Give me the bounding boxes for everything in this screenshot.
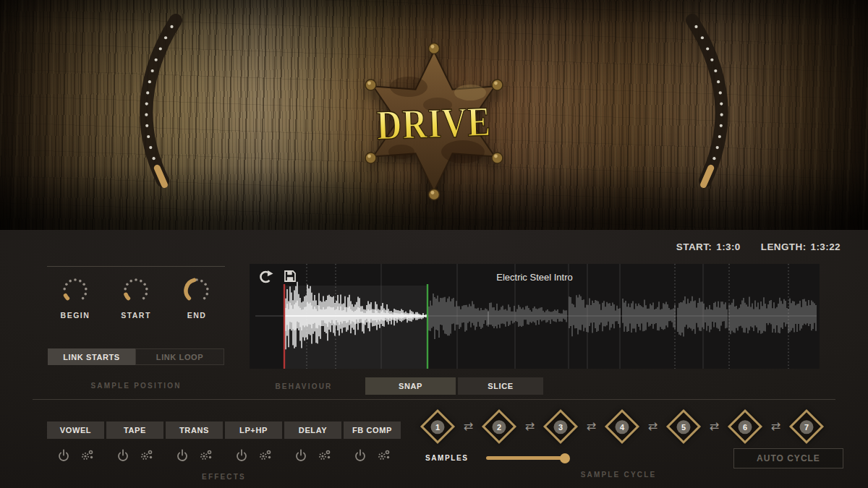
swap-arrows-icon[interactable]: ⇄ — [464, 421, 473, 432]
link-buttons: LINK STARTS LINK LOOP — [48, 348, 224, 365]
star-tip-ball — [429, 43, 440, 54]
effect-unit-controls — [166, 448, 223, 463]
cycle-slot-number: 2 — [493, 420, 506, 434]
swap-arrows-icon[interactable]: ⇄ — [525, 421, 535, 432]
effects-label: EFFECTS — [47, 473, 401, 481]
star-tip-ball — [492, 153, 503, 163]
sample-cycle-chain: 1⇄2⇄3⇄4⇄5⇄6⇄7 — [425, 409, 819, 444]
wood-background: DRIVE — [0, 0, 868, 230]
effect-button-fbcomp[interactable]: FB COMP — [344, 421, 401, 439]
arc-dot — [148, 80, 151, 83]
gears-icon[interactable] — [258, 448, 273, 463]
arc-dot — [720, 114, 723, 116]
power-icon[interactable] — [56, 448, 71, 463]
power-icon[interactable] — [116, 448, 130, 463]
link-loop-button[interactable]: LINK LOOP — [135, 348, 224, 365]
effect-button-lphp[interactable]: LP+HP — [225, 421, 282, 439]
power-icon[interactable] — [234, 448, 249, 463]
cycle-slot-7[interactable]: 7 — [789, 409, 824, 444]
arc-dot — [149, 146, 152, 149]
power-icon[interactable] — [294, 448, 308, 463]
left-arc-slider[interactable] — [145, 20, 176, 184]
swap-arrows-icon[interactable]: ⇄ — [710, 421, 719, 432]
knob-label: END — [169, 311, 225, 320]
sample-position-section: BEGINSTARTEND — [47, 266, 225, 320]
swap-arrows-icon[interactable]: ⇄ — [771, 421, 780, 432]
cycle-slot-5[interactable]: 5 — [666, 409, 701, 444]
right-arc-slider[interactable] — [692, 20, 723, 184]
auto-cycle-button[interactable]: AUTO CYCLE — [733, 448, 843, 468]
arc-dot — [718, 135, 721, 138]
transport-readout: START:1:3:0 LENGTH:1:3:22 — [676, 241, 841, 252]
power-icon[interactable] — [175, 448, 190, 463]
knob-value-arc — [186, 280, 194, 298]
arc-dot — [146, 91, 149, 94]
effect-unit-delay: DELAY — [284, 421, 341, 463]
arc-dot — [159, 47, 162, 50]
star-tip-ball — [429, 189, 440, 200]
star-tip-ball — [492, 80, 503, 90]
arc-dot — [706, 47, 709, 50]
effect-unit-lphp: LP+HP — [225, 421, 282, 463]
start-value: 1:3:0 — [716, 241, 741, 252]
arc-dot — [694, 25, 697, 28]
badge-title: DRIVE — [376, 98, 492, 148]
sample-position-label: SAMPLE POSITION — [47, 382, 225, 390]
samples-slider[interactable] — [486, 456, 567, 460]
effect-button-delay[interactable]: DELAY — [284, 421, 341, 439]
cycle-slot-number: 7 — [800, 420, 814, 434]
effect-button-vowel[interactable]: VOWEL — [47, 421, 104, 439]
swap-arrows-icon[interactable]: ⇄ — [648, 421, 658, 432]
effect-unit-trans: TRANS — [166, 421, 223, 463]
slice-button[interactable]: SLICE — [458, 377, 543, 395]
arc-dot — [714, 69, 717, 72]
start-label: START: — [676, 241, 712, 252]
arc-dot — [147, 135, 150, 138]
arc-dot — [716, 146, 719, 149]
effect-unit-controls — [344, 448, 401, 463]
knob-value-arc — [66, 296, 68, 299]
gears-icon[interactable] — [377, 448, 391, 463]
waveform-display[interactable]: Electric Steel Intro — [250, 264, 820, 369]
gears-icon[interactable] — [140, 448, 154, 463]
swap-arrows-icon[interactable]: ⇄ — [587, 421, 596, 432]
effect-unit-controls — [47, 448, 104, 463]
sample-cycle-label: SAMPLE CYCLE — [553, 471, 684, 479]
cycle-slot-2[interactable]: 2 — [482, 409, 516, 444]
knob-start[interactable]: START — [108, 274, 164, 320]
gears-icon[interactable] — [318, 448, 332, 463]
effect-button-trans[interactable]: TRANS — [166, 421, 223, 439]
effect-unit-controls — [225, 448, 282, 463]
drive-plugin-window: DRIVE START:1:3:0 LENGTH:1:3:22 BEGINSTA… — [0, 0, 868, 488]
snap-button[interactable]: SNAP — [365, 377, 456, 395]
effect-button-tape[interactable]: TAPE — [106, 421, 163, 439]
cycle-slot-1[interactable]: 1 — [420, 409, 455, 444]
gears-icon[interactable] — [80, 448, 95, 463]
arc-dot — [164, 36, 167, 39]
arc-dot — [710, 59, 713, 61]
gears-icon[interactable] — [199, 448, 213, 463]
knob-row: BEGINSTARTEND — [47, 267, 225, 320]
effect-unit-vowel: VOWEL — [47, 421, 104, 463]
samples-label: SAMPLES — [425, 454, 469, 462]
effect-unit-controls — [284, 448, 341, 463]
effect-unit-fbcomp: FB COMP — [344, 421, 401, 463]
knob-label: BEGIN — [47, 311, 103, 320]
length-label: LENGTH: — [761, 241, 807, 252]
arc-dot — [145, 102, 148, 105]
link-starts-button[interactable]: LINK STARTS — [48, 348, 135, 365]
arc-dot — [701, 36, 704, 39]
effect-unit-controls — [106, 448, 163, 463]
knob-begin[interactable]: BEGIN — [47, 274, 103, 320]
knob-end[interactable]: END — [169, 274, 225, 320]
cycle-slot-3[interactable]: 3 — [543, 409, 578, 444]
power-icon[interactable] — [353, 448, 367, 463]
effects-row: VOWELTAPETRANSLP+HPDELAYFB COMP — [47, 421, 401, 463]
cycle-slot-number: 6 — [739, 420, 752, 434]
knob-label: START — [108, 311, 164, 320]
samples-slider-handle[interactable] — [560, 453, 570, 463]
arc-dot — [152, 157, 155, 160]
cycle-slot-6[interactable]: 6 — [728, 409, 762, 444]
control-panel: START:1:3:0 LENGTH:1:3:22 BEGINSTARTEND … — [0, 230, 868, 488]
cycle-slot-4[interactable]: 4 — [605, 409, 639, 444]
